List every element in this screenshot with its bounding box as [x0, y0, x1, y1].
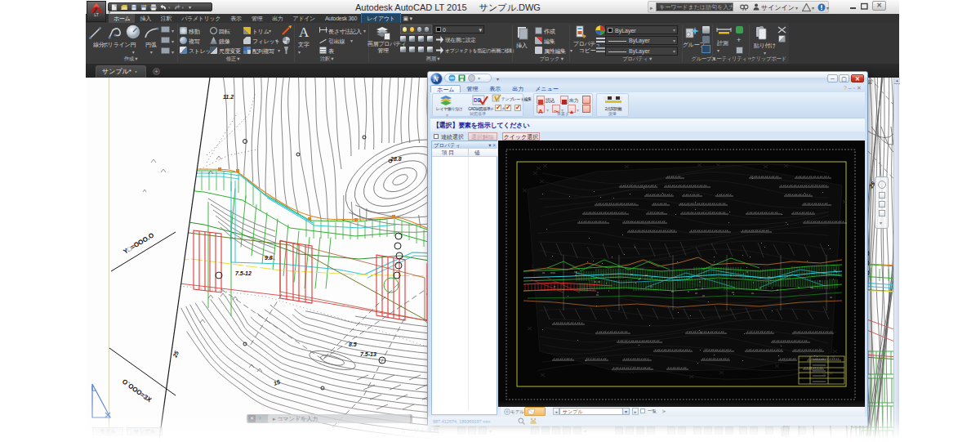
svg-text:11.2: 11.2	[223, 94, 234, 100]
svg-text:7.5-13: 7.5-13	[360, 351, 376, 357]
svg-text:8.5: 8.5	[349, 342, 357, 347]
svg-text:7.5-12: 7.5-12	[235, 270, 252, 276]
svg-text:28.8: 28.8	[390, 156, 402, 162]
svg-text:N: N	[433, 75, 439, 83]
svg-text:9.8: 9.8	[265, 255, 273, 261]
